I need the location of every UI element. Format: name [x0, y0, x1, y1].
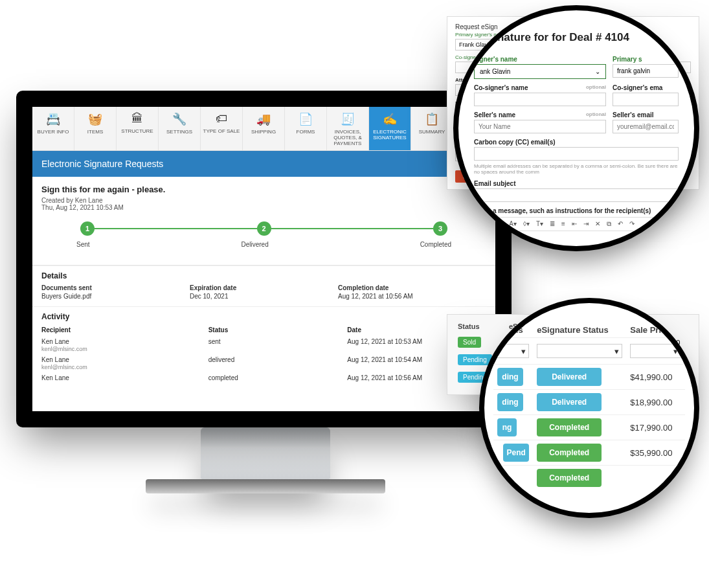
primary-signer-select[interactable]: ank Glavin⌄ — [474, 64, 606, 79]
seller-name-input[interactable] — [474, 120, 606, 133]
table-row: ng Completed $17,990.00 — [493, 415, 685, 440]
tab-items[interactable]: 🧺ITEMS — [74, 107, 117, 150]
highlight-icon[interactable]: ◊▾ — [521, 220, 532, 229]
document-icon: 📄 — [286, 112, 325, 126]
details-heading: Details — [32, 266, 495, 283]
status-badge: ding — [497, 368, 523, 386]
status-badge: ding — [497, 393, 523, 411]
filter-input[interactable]: ▾ — [497, 344, 529, 358]
tab-structure[interactable]: 🏛STRUCTURE — [117, 107, 159, 150]
tab-label: TYPE OF SALE — [203, 128, 240, 134]
step-labels: Sent Delivered Completed — [41, 238, 486, 257]
filter-input[interactable]: ▾ — [630, 344, 681, 358]
copy-icon[interactable]: ⧉ — [605, 220, 613, 229]
tab-label: ELECTRONIC SIGNATURES — [373, 129, 407, 141]
message-label: clude a message, such as instructions fo… — [474, 207, 679, 214]
status-badge: ng — [497, 418, 517, 436]
filter-input[interactable]: ▾ — [537, 344, 622, 358]
tab-label: BUYER INFO — [38, 129, 69, 135]
tab-forms[interactable]: 📄FORMS — [285, 107, 327, 150]
expiration-date-value: Dec 10, 2021 — [190, 293, 338, 300]
esig-badge: Completed — [537, 418, 602, 436]
form-title: eSignature for for Deal # 4104 — [474, 31, 679, 44]
id-card-icon: 📇 — [34, 112, 73, 126]
cosigner-name-input[interactable] — [474, 93, 606, 106]
tab-invoices[interactable]: 🧾INVOICES, QUOTES, & PAYMENTS — [327, 107, 369, 150]
step-label-completed: Completed — [420, 241, 451, 248]
completion-date-value: Aug 12, 2021 at 10:56 AM — [338, 293, 486, 300]
col-status[interactable]: Status — [454, 320, 504, 333]
redo-icon[interactable]: ↷ — [627, 220, 636, 229]
wrench-icon: 🔧 — [160, 112, 199, 126]
tab-shipping[interactable]: 🚚SHIPPING — [243, 107, 285, 150]
request-summary-card: Sign this for me again - please. Created… — [32, 177, 495, 266]
tab-label: FORMS — [297, 129, 315, 135]
indent-icon[interactable]: ⇥ — [581, 220, 591, 229]
tab-buyer-info[interactable]: 📇BUYER INFO — [32, 107, 74, 150]
filter-icon: ▾ — [521, 346, 526, 356]
status-value: completed — [208, 374, 348, 381]
primary-email-input[interactable] — [613, 64, 679, 78]
list-ul-icon[interactable]: ≣ — [548, 220, 557, 229]
seller-email-input[interactable] — [613, 120, 679, 133]
tab-settings[interactable]: 🔧SETTINGS — [159, 107, 201, 150]
chevron-down-icon: ⌄ — [595, 68, 600, 75]
recipient-name: Ken Lane — [41, 356, 69, 363]
expiration-date-label: Expiration date — [190, 284, 338, 291]
clear-icon[interactable]: ✕ — [593, 220, 602, 229]
tab-electronic-signatures[interactable]: ✍ELECTRONIC SIGNATURES — [369, 107, 411, 150]
filter-icon: ▾ — [614, 346, 619, 356]
details-grid: Documents sentBuyers Guide.pdf Expiratio… — [32, 283, 495, 306]
cosigner-email-input[interactable] — [613, 93, 679, 106]
tab-label: STRUCTURE — [121, 128, 153, 134]
cc-label: Carbon copy (CC) email(s) — [474, 139, 679, 146]
cosigner-email-label: Co-signer's ema — [613, 84, 679, 91]
activity-row: Ken Lane completed Aug 12, 2021 at 10:56… — [32, 372, 495, 383]
request-creator: Created by Ken Lane — [41, 197, 486, 204]
esig-badge: Completed — [537, 444, 602, 462]
table-row: ding Delivered $18,990.00 — [493, 390, 685, 415]
signature-icon: ✍ — [370, 112, 409, 126]
activity-row: Ken Lanekenl@mlsinc.com delivered Aug 12… — [32, 354, 495, 372]
status-badge: Pend — [503, 444, 529, 462]
recipient-name: Ken Lane — [41, 338, 69, 345]
undo-icon[interactable]: ↶ — [616, 220, 625, 229]
tab-label: INVOICES, QUOTES, & PAYMENTS — [333, 129, 362, 146]
price-cell: $41,990.00 — [626, 365, 685, 390]
email-subject-input[interactable] — [474, 188, 679, 202]
activity-row: Ken Lanekenl@mlsinc.com sent Aug 12, 202… — [32, 336, 495, 354]
recipient-name: Ken Lane — [41, 374, 69, 381]
step-line — [271, 228, 434, 229]
esig-badge: Delivered — [537, 393, 602, 411]
price-cell: $18,990.00 — [626, 390, 685, 415]
col-recipient: Recipient — [41, 326, 208, 334]
activity-columns: Recipient Status Date — [32, 324, 495, 336]
tab-label: SHIPPING — [251, 129, 276, 135]
monitor-frame: 📇BUYER INFO 🧺ITEMS 🏛STRUCTURE 🔧SETTINGS … — [16, 91, 512, 427]
basket-icon: 🧺 — [76, 112, 115, 126]
cc-input[interactable] — [474, 147, 679, 161]
esig-badge: Delivered — [537, 368, 602, 386]
outdent-icon[interactable]: ⇤ — [570, 220, 579, 229]
tab-label: SUMMARY — [419, 129, 445, 135]
bank-icon: 🏛 — [118, 112, 157, 126]
tab-type-of-sale[interactable]: 🏷TYPE OF SALE — [201, 107, 243, 150]
monitor-foot — [146, 479, 385, 493]
list-ol-icon[interactable]: ≡ — [559, 220, 567, 229]
request-title: Sign this for me again - please. — [41, 185, 486, 194]
table-row: Pend Completed $35,990.00 — [493, 440, 685, 466]
invoice-icon: 🧾 — [328, 112, 367, 126]
font-color-icon[interactable]: A▾ — [507, 220, 519, 229]
step-label-sent: Sent — [76, 241, 90, 248]
col-esig-status[interactable]: eSignature Status — [533, 322, 626, 338]
step-label-delivered: Delivered — [241, 241, 268, 248]
table-row: ding Delivered $41,990.00 — [493, 365, 685, 390]
magnifier-form: eSignature for for Deal # 4104 signer's … — [453, 5, 699, 251]
esig-badge: Completed — [537, 469, 602, 487]
clipboard-icon: 📋 — [412, 112, 451, 126]
price-cell: $17,990.00 — [626, 415, 685, 440]
step-line — [95, 228, 257, 229]
heading-icon[interactable]: T▾ — [534, 220, 545, 229]
seller-name-label: Seller's nameoptional — [474, 111, 606, 119]
status-value: sent — [208, 338, 348, 352]
